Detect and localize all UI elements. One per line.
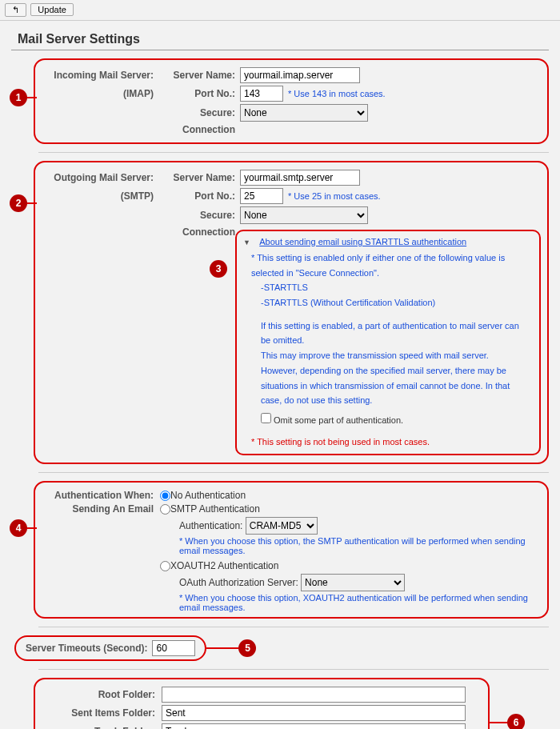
divider (11, 50, 549, 50)
oauth-server-select[interactable]: None (301, 574, 405, 591)
incoming-secure-select[interactable]: None (240, 104, 368, 122)
secure-label: Secure: (160, 210, 240, 221)
auth-box: Authentication When: No Authentication S… (34, 481, 549, 619)
omit-auth-label: Omit some part of authentication. (274, 415, 403, 425)
oauth-server-label: OAuth Authorization Server: (179, 577, 298, 588)
update-button[interactable]: Update (30, 3, 73, 16)
connector (27, 527, 37, 529)
trash-folder-input[interactable] (162, 723, 466, 729)
outgoing-port-input[interactable] (240, 188, 283, 204)
auth-sub: Sending An Email (42, 503, 160, 515)
incoming-box: Incoming Mail Server: Server Name: (IMAP… (34, 58, 549, 144)
connector (490, 722, 507, 723)
divider (38, 152, 549, 153)
auth-xoauth-label: XOAUTH2 Authentication (170, 560, 278, 571)
sent-folder-input[interactable] (162, 705, 466, 721)
trash-folder-label: Trash Folder: (43, 726, 162, 729)
callout-4: 4 (10, 519, 27, 537)
divider (38, 627, 549, 627)
incoming-port-note: Use 143 in most cases. (288, 89, 386, 98)
outgoing-port-note: Use 25 in most cases. (288, 191, 381, 201)
divider (38, 472, 549, 473)
folders-box: Root Folder: Sent Items Folder: Trash Fo… (34, 678, 490, 729)
incoming-heading: Incoming Mail Server: (42, 70, 160, 81)
server-name-label: Server Name: (160, 172, 240, 183)
connector (206, 647, 238, 649)
callout-1: 1 (10, 89, 27, 106)
callout-5: 5 (238, 639, 256, 657)
server-name-label: Server Name: (160, 70, 240, 81)
timeout-input[interactable] (152, 640, 195, 656)
divider (38, 669, 549, 670)
info-text: -STARTTLS (Without Certification Validat… (261, 295, 530, 310)
info-text: However, depending on the specified mail… (261, 363, 530, 408)
info-text: This may improve the transmission speed … (261, 348, 530, 363)
chevron-down-icon[interactable]: ▼ (243, 238, 250, 246)
info-text: This setting is enabled only if either o… (251, 253, 505, 278)
callout-6: 6 (507, 714, 525, 729)
warning-text: This setting is not being used in most c… (257, 437, 430, 447)
auth-smtp-label: SMTP Authentication (170, 503, 260, 515)
smtp-auth-select[interactable]: CRAM-MD5 (246, 517, 318, 535)
omit-auth-checkbox[interactable] (261, 413, 271, 423)
outgoing-server-input[interactable] (240, 170, 360, 186)
back-button[interactable]: ↰ (5, 3, 26, 17)
incoming-port-input[interactable] (240, 86, 283, 102)
callout-3: 3 (210, 260, 227, 278)
starttls-disclosure[interactable]: About sending email using STARTTLS authe… (259, 237, 466, 246)
outgoing-box: Outgoing Mail Server: Server Name: (SMTP… (34, 161, 549, 464)
secure-sub: Connection (160, 226, 240, 238)
port-label: Port No.: (160, 88, 240, 99)
auth-heading: Authentication When: (42, 490, 160, 501)
info-text: -STARTTLS (261, 280, 530, 295)
outgoing-secure-select[interactable]: None (240, 206, 368, 224)
auth-xoauth-radio[interactable] (160, 561, 170, 571)
connector (27, 202, 37, 204)
port-label: Port No.: (160, 190, 240, 202)
sent-folder-label: Sent Items Folder: (43, 707, 162, 719)
incoming-server-input[interactable] (240, 67, 360, 83)
outgoing-heading: Outgoing Mail Server: (42, 172, 160, 183)
connector (27, 97, 37, 98)
timeout-label: Server Timeouts (Second): (26, 643, 147, 654)
top-toolbar: ↰ Update (0, 0, 560, 21)
secure-sub: Connection (160, 124, 240, 135)
callout-2: 2 (10, 194, 27, 212)
auth-none-label: No Authentication (170, 490, 246, 501)
root-folder-label: Root Folder: (43, 689, 162, 700)
incoming-sub: (IMAP) (42, 88, 160, 99)
smtp-note: When you choose this option, the SMTP au… (179, 536, 526, 555)
info-text: If this setting is enabled, a part of au… (261, 318, 530, 348)
secure-label: Secure: (160, 107, 240, 118)
auth-smtp-radio[interactable] (160, 504, 170, 515)
auth-none-radio[interactable] (160, 491, 170, 501)
smtp-auth-label: Authentication: (179, 520, 242, 531)
page-title: Mail Server Settings (18, 32, 549, 46)
outgoing-sub: (SMTP) (42, 190, 160, 202)
starttls-info-box: 3 ▼ About sending email using STARTTLS a… (235, 230, 541, 455)
oauth-note: When you choose this option, XOAUTH2 aut… (179, 593, 528, 612)
timeout-box: Server Timeouts (Second): (14, 635, 206, 661)
root-folder-input[interactable] (162, 687, 466, 703)
